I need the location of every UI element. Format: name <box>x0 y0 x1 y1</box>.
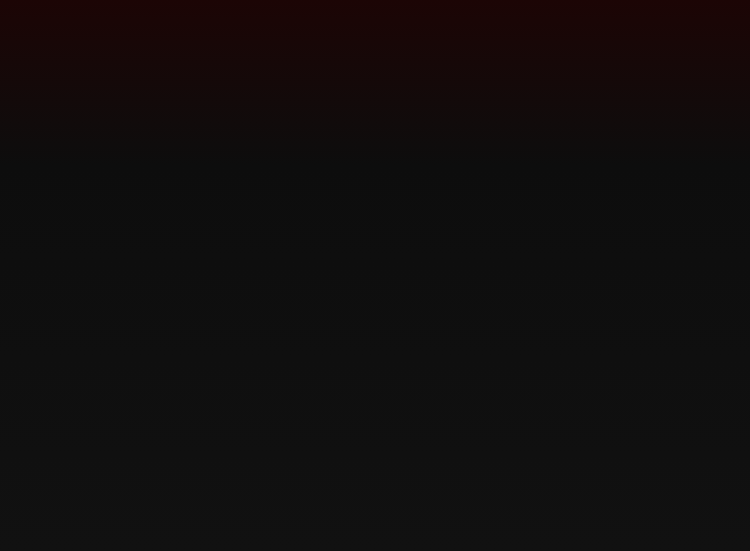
app-container: UEFI BIOS Utility – Advanced Mode 04/13/… <box>0 0 750 551</box>
bg-main <box>0 0 750 551</box>
